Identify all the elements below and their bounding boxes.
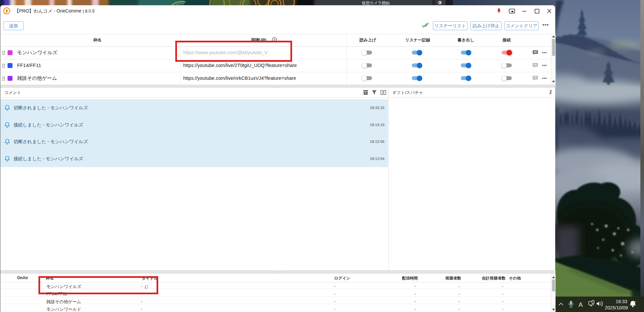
svg-text:z: z bbox=[634, 300, 636, 303]
svg-text:2025/10/09: 2025/10/09 bbox=[605, 305, 628, 310]
svg-text:A: A bbox=[579, 301, 583, 308]
svg-text:18:33: 18:33 bbox=[616, 299, 627, 304]
